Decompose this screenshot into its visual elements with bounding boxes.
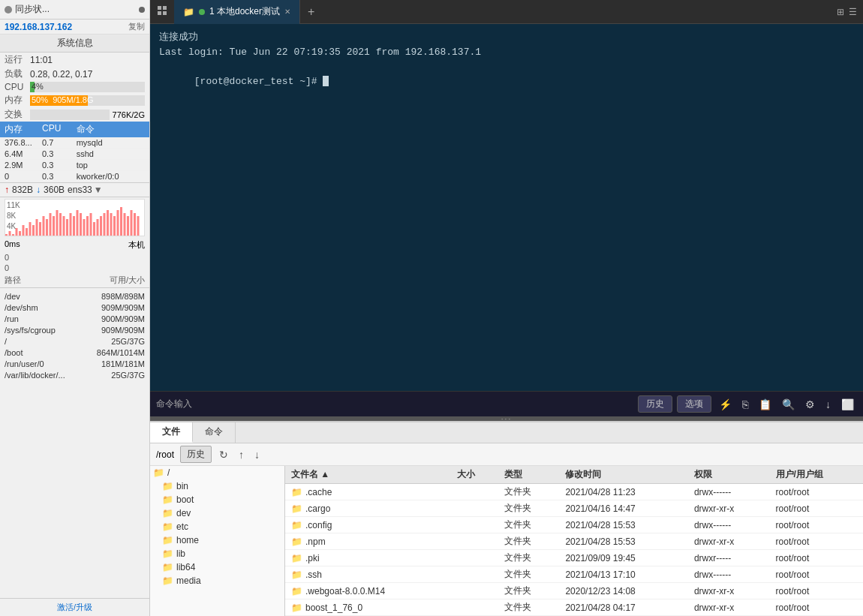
sync-label: 同步状... bbox=[15, 3, 50, 16]
fm-tab-files[interactable]: 文件 bbox=[150, 422, 193, 443]
table-row[interactable]: 📁.npm 文件夹 2021/04/28 15:53 drwxr-xr-x ro… bbox=[285, 533, 863, 550]
svg-rect-41 bbox=[163, 6, 167, 10]
disk-path: /dev/shm bbox=[5, 303, 85, 312]
tree-item-label: 📁dev bbox=[150, 508, 191, 518]
grid-view-icon[interactable]: ⊞ bbox=[837, 7, 844, 17]
download-icon-btn[interactable]: ↓ bbox=[822, 397, 834, 412]
copy-ip-button[interactable]: 复制 bbox=[128, 21, 145, 32]
proc-col-mem-header: 内存 bbox=[5, 123, 42, 136]
load-label: 负载 bbox=[5, 68, 27, 80]
tree-item-label: 📁lib64 bbox=[150, 562, 195, 572]
tree-item-label: 📁etc bbox=[150, 521, 188, 532]
tree-item[interactable]: 📁bin bbox=[150, 479, 284, 493]
list-view-icon[interactable]: ☰ bbox=[849, 7, 857, 17]
proc-mem: 6.4M bbox=[5, 149, 42, 158]
tree-item[interactable]: 📁etc bbox=[150, 520, 284, 533]
tree-item[interactable]: 📁/ bbox=[150, 466, 284, 479]
disk-row: /run900M/909M bbox=[0, 314, 149, 325]
svg-rect-31 bbox=[110, 213, 113, 236]
mem-row: 内存 50% 905M/1.8G bbox=[0, 93, 149, 107]
terminal-line-1: 连接成功 bbox=[159, 30, 854, 45]
table-row[interactable]: 📁.pki 文件夹 2021/09/09 19:45 drwxr----- ro… bbox=[285, 550, 863, 566]
table-row[interactable]: 📁.cache 文件夹 2021/04/28 11:23 drwx------ … bbox=[285, 484, 863, 500]
tab-docker-test[interactable]: 📁 1 本地docker测试 ✕ bbox=[174, 0, 300, 24]
svg-rect-35 bbox=[124, 213, 126, 236]
tab-bar-right: ⊞ ☰ bbox=[837, 7, 863, 17]
table-row[interactable]: 📁.config 文件夹 2021/04/28 15:53 drwx------… bbox=[285, 517, 863, 533]
history-button[interactable]: 历史 bbox=[638, 395, 672, 413]
svg-rect-15 bbox=[56, 210, 59, 236]
swap-bar-container bbox=[30, 110, 110, 120]
file-owner: root/root bbox=[770, 517, 863, 533]
proc-mem: 2.9M bbox=[5, 161, 42, 170]
svg-rect-4 bbox=[19, 231, 21, 236]
tree-item[interactable]: 📁dev bbox=[150, 506, 284, 520]
file-name: 📁.cache bbox=[285, 484, 451, 500]
file-name: 📁boost_1_76_0 bbox=[285, 599, 451, 616]
activate-link[interactable]: 激活/升级 bbox=[57, 602, 92, 611]
disk-col-size-header: 可用/大小 bbox=[85, 275, 145, 286]
net-dropdown-icon[interactable]: ▼ bbox=[94, 185, 103, 195]
folder-icon: 📁 bbox=[153, 467, 164, 478]
file-tbody: 📁.cache 文件夹 2021/04/28 11:23 drwx------ … bbox=[285, 484, 863, 617]
tree-item[interactable]: 📁home bbox=[150, 533, 284, 547]
table-row[interactable]: 📁boost_1_76_0 文件夹 2021/04/28 04:17 drwxr… bbox=[285, 599, 863, 616]
svg-rect-37 bbox=[131, 210, 133, 236]
fm-refresh-icon[interactable]: ↻ bbox=[216, 447, 231, 462]
search-icon-btn[interactable]: 🔍 bbox=[779, 397, 798, 412]
table-row[interactable]: 📁.webgoat-8.0.0.M14 文件夹 2020/12/23 14:08… bbox=[285, 583, 863, 599]
copy-icon-btn[interactable]: ⎘ bbox=[739, 397, 751, 412]
tab-close-button[interactable]: ✕ bbox=[284, 8, 290, 16]
maximize-icon-btn[interactable]: ⬜ bbox=[838, 397, 857, 412]
svg-rect-7 bbox=[29, 222, 32, 236]
disk-path: /sys/fs/cgroup bbox=[5, 326, 85, 335]
fm-tab-commands[interactable]: 命令 bbox=[193, 422, 236, 443]
fm-history-button[interactable]: 历史 bbox=[180, 446, 212, 463]
file-perms: drwxr----- bbox=[688, 550, 770, 566]
tree-item[interactable]: 📁boot bbox=[150, 493, 284, 506]
file-perms: drwxr-xr-x bbox=[688, 500, 770, 517]
proc-cmd: kworker/0:0 bbox=[77, 172, 145, 181]
proc-cmd: mysqld bbox=[77, 138, 145, 147]
file-size bbox=[451, 550, 498, 566]
proc-cpu: 0.7 bbox=[42, 138, 77, 147]
tree-item-label: 📁media bbox=[150, 575, 201, 586]
table-row[interactable]: 📁.cargo 文件夹 2021/04/16 14:47 drwxr-xr-x … bbox=[285, 500, 863, 517]
settings-icon-btn[interactable]: ⚙ bbox=[802, 397, 818, 412]
svg-rect-17 bbox=[63, 216, 65, 236]
svg-rect-10 bbox=[39, 222, 41, 236]
file-perms: drwxr-xr-x bbox=[688, 599, 770, 616]
tree-item[interactable]: 📁lib64 bbox=[150, 560, 284, 574]
process-row: 6.4M0.3sshd bbox=[0, 149, 149, 160]
table-row[interactable]: 📁.ssh 文件夹 2021/04/13 17:10 drwx------ ro… bbox=[285, 566, 863, 583]
tab-indicator bbox=[199, 9, 205, 15]
file-perms: drwx------ bbox=[688, 517, 770, 533]
svg-rect-43 bbox=[163, 11, 167, 15]
folder-icon: 📁 bbox=[291, 487, 302, 497]
file-perms: drwxr-xr-x bbox=[688, 533, 770, 550]
folder-icon: 📁 bbox=[291, 553, 302, 563]
tab-add-button[interactable]: + bbox=[300, 5, 322, 19]
terminal-bottom-bar: 命令输入 历史 选项 ⚡ ⎘ 📋 🔍 ⚙ ↓ ⬜ bbox=[150, 391, 863, 416]
sidebar: 同步状... 192.168.137.162 复制 系统信息 运行 11:01 … bbox=[0, 0, 150, 616]
tree-item[interactable]: 📁lib bbox=[150, 547, 284, 560]
tree-item[interactable]: 📁media bbox=[150, 574, 284, 587]
col-size: 大小 bbox=[451, 466, 498, 484]
file-owner: root/root bbox=[770, 566, 863, 583]
file-modified: 2021/04/28 15:53 bbox=[559, 517, 688, 533]
file-size bbox=[451, 500, 498, 517]
col-perms: 权限 bbox=[688, 466, 770, 484]
fm-upload-icon[interactable]: ↑ bbox=[236, 447, 247, 462]
select-button[interactable]: 选项 bbox=[677, 395, 711, 413]
file-modified: 2021/04/28 15:53 bbox=[559, 533, 688, 550]
tab-label: 1 本地docker测试 bbox=[209, 5, 280, 18]
tree-item-label: 📁home bbox=[150, 535, 199, 545]
paste-icon-btn[interactable]: 📋 bbox=[756, 397, 774, 412]
folder-icon: 📁 bbox=[291, 503, 302, 514]
file-name: 📁.webgoat-8.0.0.M14 bbox=[285, 583, 451, 599]
sys-info-header: 系统信息 bbox=[0, 35, 149, 53]
chart-label-8k: 8K bbox=[7, 212, 16, 220]
cpu-label: CPU bbox=[5, 82, 27, 92]
lightning-icon-btn[interactable]: ⚡ bbox=[716, 397, 735, 412]
fm-download-icon[interactable]: ↓ bbox=[251, 447, 263, 462]
